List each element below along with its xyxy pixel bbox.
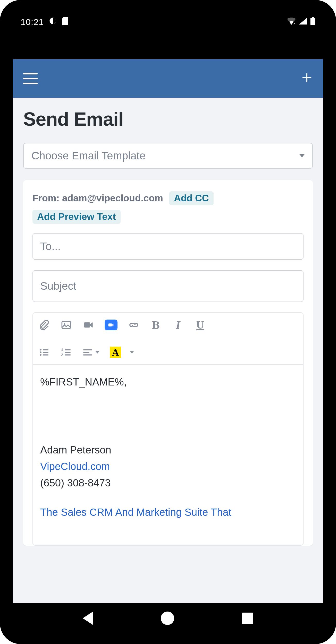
attachment-icon[interactable] [38, 319, 50, 331]
android-nav-bar [8, 603, 328, 634]
signature-link[interactable]: VipeCloud.com [40, 458, 296, 475]
svg-rect-18 [65, 354, 71, 355]
template-select[interactable]: Choose Email Template [23, 143, 313, 169]
from-label: From: adam@vipecloud.com [32, 193, 163, 204]
nav-back-button[interactable] [83, 612, 93, 625]
svg-rect-4 [62, 322, 70, 329]
signature-tagline[interactable]: The Sales CRM And Marketing Suite That [40, 504, 296, 520]
editor-body[interactable]: %FIRST_NAME%, Adam Peterson VipeCloud.co… [33, 365, 303, 545]
app-area: Send Email Choose Email Template From: a… [13, 59, 323, 603]
sd-card-icon [62, 17, 69, 27]
add-preview-text-button[interactable]: Add Preview Text [32, 210, 121, 224]
signature-name: Adam Peterson [40, 442, 296, 458]
status-bar: 10:21 x [8, 10, 328, 33]
video-icon[interactable] [82, 319, 94, 331]
nav-home-button[interactable] [161, 612, 174, 625]
battery-icon [310, 17, 315, 27]
from-row: From: adam@vipecloud.com Add CC Add Prev… [32, 191, 304, 224]
nav-recent-button[interactable] [242, 613, 253, 624]
align-button[interactable] [82, 346, 99, 358]
status-time: 10:21 [21, 17, 44, 27]
body-greeting: %FIRST_NAME%, [40, 374, 296, 390]
add-cc-button[interactable]: Add CC [169, 191, 214, 205]
link-icon[interactable] [128, 319, 140, 331]
signature-phone: (650) 308-8473 [40, 475, 296, 491]
bullet-list-icon[interactable] [38, 346, 50, 358]
svg-rect-7 [108, 323, 112, 327]
svg-point-10 [40, 354, 41, 356]
svg-rect-6 [84, 322, 90, 328]
svg-rect-2 [312, 17, 314, 18]
image-icon[interactable] [60, 319, 72, 331]
chevron-down-icon [95, 351, 99, 354]
svg-rect-16 [65, 349, 71, 350]
template-select-label: Choose Email Template [31, 150, 146, 162]
screen: 10:21 x [8, 10, 328, 634]
chevron-down-icon [130, 351, 134, 354]
svg-rect-19 [83, 349, 92, 350]
svg-rect-3 [310, 18, 315, 25]
chevron-down-icon [299, 154, 305, 157]
underline-button[interactable]: U [194, 319, 206, 331]
to-field[interactable]: To... [32, 233, 304, 260]
subject-field[interactable]: Subject [32, 270, 304, 302]
editor-toolbar: B I U 12 [33, 313, 303, 365]
svg-point-9 [40, 351, 41, 353]
svg-text:2: 2 [61, 353, 63, 357]
content: Send Email Choose Email Template From: a… [13, 98, 323, 546]
status-app-icon [49, 17, 57, 27]
font-color-button[interactable]: A [110, 346, 134, 358]
svg-point-8 [40, 349, 41, 351]
app-bar [13, 59, 323, 98]
device-frame: 10:21 x [0, 0, 336, 644]
svg-rect-13 [43, 354, 48, 355]
menu-button[interactable] [23, 73, 38, 84]
compose-card: From: adam@vipecloud.com Add CC Add Prev… [23, 180, 313, 546]
svg-rect-20 [83, 352, 89, 353]
font-color-swatch: A [110, 347, 121, 358]
cell-signal-icon [299, 17, 307, 27]
svg-rect-11 [43, 349, 48, 350]
svg-rect-17 [65, 352, 71, 353]
svg-rect-21 [83, 354, 92, 355]
page-title: Send Email [23, 108, 313, 130]
bold-button[interactable]: B [150, 319, 162, 331]
add-button[interactable] [301, 71, 313, 86]
italic-button[interactable]: I [172, 319, 184, 331]
svg-text:1: 1 [61, 347, 63, 352]
svg-text:x: x [293, 21, 295, 24]
svg-rect-12 [43, 352, 48, 353]
wifi-icon: x [287, 17, 296, 27]
numbered-list-icon[interactable]: 12 [60, 346, 72, 358]
editor: B I U 12 [32, 312, 304, 546]
zoom-meeting-icon[interactable] [105, 320, 117, 330]
from-email: adam@vipecloud.com [62, 193, 163, 203]
